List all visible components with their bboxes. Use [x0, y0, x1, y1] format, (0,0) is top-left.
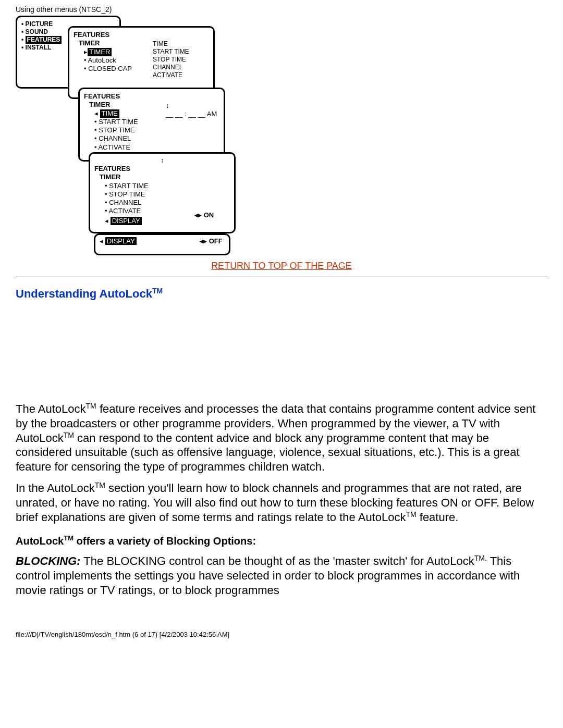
card-title: FEATURES — [74, 31, 209, 39]
menu-item: STOP TIME — [84, 126, 219, 134]
footer-path: file:///D|/TV/english/180mt/osd/n_f.htm … — [16, 604, 547, 644]
menu-item: CHANNEL — [84, 134, 219, 143]
display-off-card: ◂ DISPLAY ◂▸ OFF — [94, 233, 230, 255]
menu-item: CHANNEL — [94, 199, 230, 207]
section-heading: Understanding AutoLockTM — [16, 287, 547, 301]
menu-diagram: PICTURE SOUND FEATURES INSTALL FEATURES … — [16, 16, 235, 255]
return-to-top-link[interactable]: RETURN TO TOP OF THE PAGE — [211, 261, 352, 271]
features-display-card: ↕ FEATURES TIMER START TIME STOP TIME CH… — [89, 152, 236, 233]
menu-item: START TIME — [94, 182, 230, 190]
menu-item: START TIME — [84, 118, 219, 126]
page-header: Using other menus (NTSC_2) — [16, 0, 547, 14]
menu-item: ACTIVATE — [84, 143, 219, 152]
menu-item: STOP TIME — [94, 190, 230, 199]
paragraph-blocking: BLOCKING: The BLOCKING control can be th… — [16, 554, 547, 597]
display-on-value: ◂▸ ON — [194, 211, 214, 219]
display-off-value: ◂▸ OFF — [200, 237, 223, 245]
card-sub: TIMER — [94, 173, 230, 181]
divider — [16, 277, 547, 277]
right-column: TIME START TIME STOP TIME CHANNEL ACTIVA… — [153, 40, 189, 79]
highlighted-item: DISPLAY — [105, 237, 137, 245]
sub-heading: AutoLockTM offers a variety of Blocking … — [16, 534, 547, 547]
card-title: FEATURES — [94, 165, 230, 173]
features-time-card: FEATURES TIMER ◂ TIME START TIME STOP TI… — [78, 88, 225, 162]
time-value: ↕__ __ : __ __ AM — [166, 102, 217, 119]
card-title: FEATURES — [84, 92, 219, 101]
paragraph-1: The AutoLockTM feature receives and proc… — [16, 402, 547, 474]
blocking-label: BLOCKING: — [16, 555, 81, 568]
paragraph-2: In the AutoLockTM section you'll learn h… — [16, 481, 547, 524]
